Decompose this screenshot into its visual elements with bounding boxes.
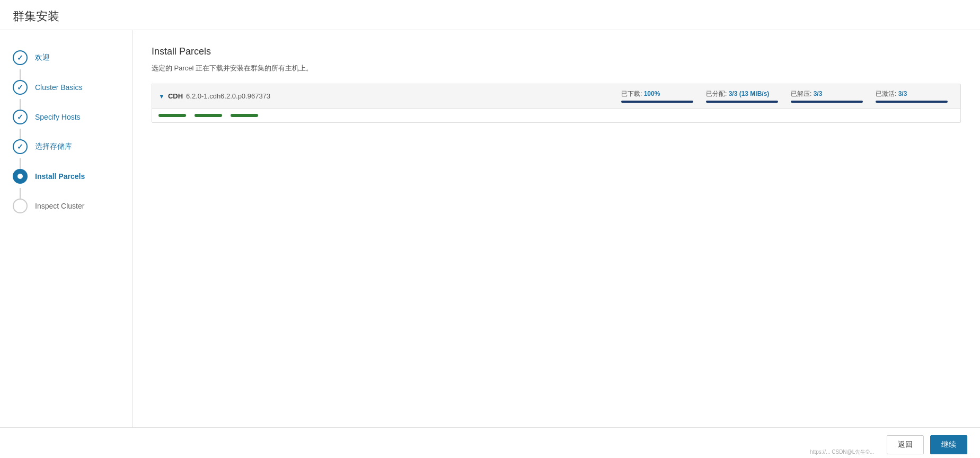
step-circle-cluster-basics [13,80,28,95]
page-title: 群集安装 [13,8,967,24]
sidebar-item-inspect-cluster[interactable]: Inspect Cluster [0,191,132,221]
section-desc: 选定的 Parcel 正在下载并安装在群集的所有主机上。 [152,64,961,73]
sidebar-label-install-parcels: Install Parcels [35,172,85,181]
continue-button[interactable]: 继续 [930,435,967,454]
main-content: Install Parcels 选定的 Parcel 正在下载并安装在群集的所有… [133,30,980,427]
page-header: 群集安装 [0,0,980,30]
host-bar-3 [231,114,258,117]
parcel-table: ▼ CDH 6.2.0-1.cdh6.2.0.p0.967373 已下载: 10… [152,84,961,123]
parcel-stat-unpacked: 已解压: 3/3 [784,89,869,103]
sidebar-item-welcome[interactable]: 欢迎 [0,43,132,73]
parcel-unpacked-bar [791,101,863,103]
parcel-version: 6.2.0-1.cdh6.2.0.p0.967373 [186,92,615,100]
parcel-sub-row [152,109,960,122]
parcel-stat-activated-label: 已激活: 3/3 [876,89,907,98]
step-circle-select-repo [13,139,28,154]
sidebar: 欢迎 Cluster Basics Specify Hosts 选择存储库 In… [0,30,133,427]
host-bar-2 [195,114,222,117]
parcel-header-row: ▼ CDH 6.2.0-1.cdh6.2.0.p0.967373 已下载: 10… [152,84,960,109]
sidebar-item-install-parcels[interactable]: Install Parcels [0,161,132,191]
sidebar-item-cluster-basics[interactable]: Cluster Basics [0,73,132,102]
parcel-stat-downloaded: 已下载: 100% [615,89,700,103]
parcel-distributed-bar [706,101,778,103]
sidebar-label-select-repo: 选择存储库 [35,142,72,151]
step-circle-welcome [13,50,28,65]
host-bar-1 [158,114,186,117]
parcel-activated-bar [876,101,948,103]
back-button[interactable]: 返回 [887,435,924,454]
parcel-name: CDH [168,92,183,100]
sidebar-label-specify-hosts: Specify Hosts [35,113,81,121]
sidebar-label-inspect-cluster: Inspect Cluster [35,202,84,210]
sidebar-item-specify-hosts[interactable]: Specify Hosts [0,102,132,132]
parcel-toggle[interactable]: ▼ [158,93,165,100]
parcel-stat-distributed-label: 已分配: 3/3 (13 MiB/s) [706,89,769,98]
section-title: Install Parcels [152,46,961,57]
step-circle-inspect-cluster [13,199,28,213]
step-circle-install-parcels [13,169,28,184]
parcel-stat-distributed: 已分配: 3/3 (13 MiB/s) [700,89,784,103]
watermark: https://... CSDN@L先生©... [810,448,874,456]
parcel-stat-activated: 已激活: 3/3 [869,89,954,103]
parcel-stat-unpacked-label: 已解压: 3/3 [791,89,822,98]
parcel-downloaded-bar [621,101,693,103]
sidebar-label-cluster-basics: Cluster Basics [35,83,82,92]
step-circle-specify-hosts [13,110,28,124]
sidebar-item-select-repo[interactable]: 选择存储库 [0,132,132,161]
parcel-stat-downloaded-label: 已下载: 100% [621,89,660,98]
sidebar-label-welcome: 欢迎 [35,53,50,62]
page-body: 欢迎 Cluster Basics Specify Hosts 选择存储库 In… [0,30,980,427]
